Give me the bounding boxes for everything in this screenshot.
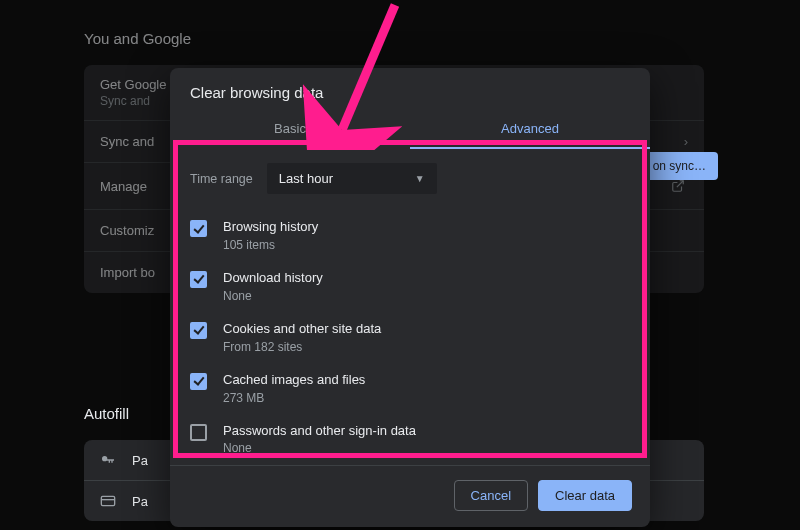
- tab-advanced[interactable]: Advanced: [410, 111, 650, 149]
- option-label: Cookies and other site data: [223, 321, 381, 338]
- time-range-select[interactable]: Last hour ▼: [267, 163, 437, 194]
- option-sublabel: 273 MB: [223, 391, 365, 405]
- dialog-title: Clear browsing data: [170, 68, 650, 111]
- clear-browsing-data-dialog: Clear browsing data Basic Advanced Time …: [170, 68, 650, 527]
- cancel-button[interactable]: Cancel: [454, 480, 528, 511]
- option-label: Passwords and other sign-in data: [223, 423, 416, 440]
- option-sublabel: 105 items: [223, 238, 318, 252]
- option-row[interactable]: Cookies and other site dataFrom 182 site…: [190, 312, 630, 363]
- checkbox[interactable]: [190, 220, 207, 237]
- option-sublabel: None: [223, 441, 416, 455]
- option-row[interactable]: Download historyNone: [190, 261, 630, 312]
- option-sublabel: From 182 sites: [223, 340, 381, 354]
- svg-line-0: [677, 181, 683, 187]
- dialog-tabs: Basic Advanced: [170, 111, 650, 149]
- option-row[interactable]: Browsing history105 items: [190, 210, 630, 261]
- time-range-value: Last hour: [279, 171, 333, 186]
- option-row[interactable]: Cached images and files273 MB: [190, 363, 630, 414]
- option-sublabel: None: [223, 289, 323, 303]
- row-label: Manage: [100, 179, 147, 194]
- row-label: Sync and: [100, 134, 154, 149]
- row-label: Customiz: [100, 223, 154, 238]
- option-label: Cached images and files: [223, 372, 365, 389]
- key-icon: [100, 452, 118, 468]
- chevron-right-icon: ›: [684, 134, 688, 149]
- turn-on-sync-button[interactable]: on sync…: [641, 152, 718, 180]
- option-label: Browsing history: [223, 219, 318, 236]
- clear-data-button[interactable]: Clear data: [538, 480, 632, 511]
- checkbox[interactable]: [190, 424, 207, 441]
- checkbox[interactable]: [190, 271, 207, 288]
- option-label: Download history: [223, 270, 323, 287]
- row-label: Pa: [132, 494, 148, 509]
- caret-down-icon: ▼: [415, 173, 425, 184]
- card-icon: [100, 493, 118, 509]
- checkbox[interactable]: [190, 373, 207, 390]
- tab-basic[interactable]: Basic: [170, 111, 410, 149]
- option-row[interactable]: Passwords and other sign-in dataNone: [190, 414, 630, 459]
- section-you-and-google: You and Google: [84, 30, 800, 47]
- row-label: Import bo: [100, 265, 155, 280]
- checkbox[interactable]: [190, 322, 207, 339]
- time-range-label: Time range: [190, 172, 253, 186]
- row-label: Pa: [132, 453, 148, 468]
- svg-rect-1: [101, 496, 114, 505]
